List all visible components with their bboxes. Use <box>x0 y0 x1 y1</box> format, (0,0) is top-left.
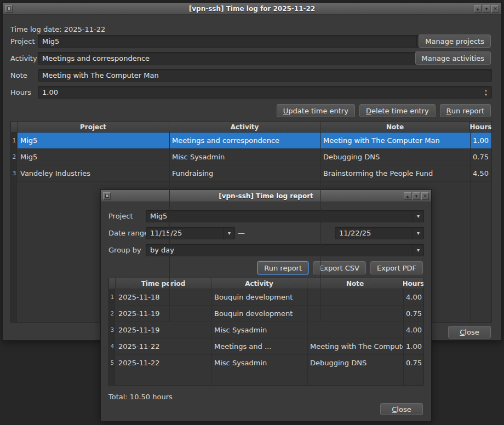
table-row[interactable]: 3 2025-11-19 Misc Sysadmin 4.00 <box>109 322 423 338</box>
maximize-icon[interactable]: ▾ <box>483 5 490 13</box>
date-from-value: 11/15/25 <box>150 229 182 237</box>
row-number-column-header[interactable] <box>11 122 18 132</box>
manage-projects-button[interactable]: Manage projects <box>419 35 491 48</box>
project-label: Project <box>108 210 133 222</box>
shade-icon[interactable]: ▴ <box>404 192 411 200</box>
cell-note <box>307 322 403 338</box>
row-number: 1 <box>109 289 116 305</box>
dropdown-icon[interactable]: ▾ <box>413 227 423 239</box>
row-number: 4 <box>109 338 116 354</box>
cell-activity: Meetings and correspondence <box>169 133 320 148</box>
spin-up-icon[interactable]: ▴ <box>485 88 487 93</box>
cell-hours: 1.00 <box>403 338 423 354</box>
spin-down-icon[interactable]: ▾ <box>485 93 487 97</box>
table-row[interactable]: 2 Mig5 Misc Sysadmin Debugging DNS 0.75 <box>11 149 491 165</box>
table-header: Project Activity Note Hours <box>11 122 491 133</box>
table-row[interactable]: 2 2025-11-19 Bouquin development 0.75 <box>109 306 423 322</box>
dropdown-icon[interactable]: ▾ <box>224 227 234 239</box>
cell-time-period: 2025-11-19 <box>116 322 211 338</box>
shade-icon[interactable]: ▴ <box>474 5 482 13</box>
delete-time-entry-button[interactable]: Delete time entry <box>359 104 436 117</box>
hours-column-header[interactable]: Hours <box>403 278 423 289</box>
time-period-column-header[interactable]: Time period <box>116 278 211 289</box>
column-separator <box>211 289 212 385</box>
run-report-button[interactable]: Run report <box>257 261 308 274</box>
window-menu-icon[interactable] <box>5 5 13 13</box>
hours-label: Hours <box>10 86 31 99</box>
project-combobox-value: Mig5 <box>42 37 59 45</box>
close-icon[interactable]: ✕ <box>491 5 499 13</box>
main-titlebar[interactable]: [vpn-ssh] Time log for 2025-11-22 ▴ ▾ ✕ <box>3 3 501 15</box>
note-input[interactable] <box>38 69 492 82</box>
dropdown-icon[interactable]: ▾ <box>413 244 423 256</box>
note-column-header[interactable]: Note <box>307 278 403 289</box>
close-icon[interactable]: ✕ <box>421 192 429 200</box>
run-report-button[interactable]: Run report <box>440 104 491 117</box>
hours-spinbox: ▴ ▾ <box>38 86 492 99</box>
activity-column-header[interactable]: Activity <box>211 278 307 289</box>
manage-activities-button[interactable]: Manage activities <box>415 51 491 65</box>
activity-label: Activity <box>10 52 37 65</box>
project-label: Project <box>10 35 35 48</box>
hours-column-header[interactable]: Hours <box>470 122 491 132</box>
cell-note: Brainstorming the People Fund <box>320 165 470 181</box>
cell-note <box>307 306 403 321</box>
report-table: Time period Activity Note Hours 1 2025-1… <box>108 278 424 386</box>
activity-input[interactable] <box>38 52 428 65</box>
export-pdf-button[interactable]: Export PDF <box>370 261 423 274</box>
report-titlebar[interactable]: [vpn-ssh] Time log report ▴ ▾ ✕ <box>101 190 431 202</box>
maximize-icon[interactable]: ▾ <box>413 192 420 200</box>
cell-activity: Misc Sysadmin <box>169 149 320 165</box>
entry-action-buttons: Update time entry Delete time entry Run … <box>277 104 491 117</box>
cell-time-period: 2025-11-22 <box>116 338 211 354</box>
cell-time-period: 2025-11-22 <box>116 355 211 371</box>
cell-project: Mig5 <box>18 133 169 148</box>
cell-project: Vandeley Industries <box>18 165 169 181</box>
dropdown-icon[interactable]: ▾ <box>413 210 423 222</box>
cell-time-period: 2025-11-19 <box>116 306 211 321</box>
cell-note: Meeting with The Computer Man <box>320 133 470 148</box>
note-label: Note <box>10 69 27 82</box>
report-project-value: Mig5 <box>150 212 167 220</box>
table-row[interactable]: 3 Vandeley Industries Fundraising Brains… <box>11 165 491 182</box>
cell-hours: 4.50 <box>470 165 491 181</box>
cell-hours: 4.00 <box>403 322 423 338</box>
column-separator <box>403 289 404 385</box>
row-number-column-header[interactable] <box>109 278 116 289</box>
row-number: 1 <box>11 133 18 148</box>
date-to-combobox[interactable]: 11/22/25 ▾ <box>335 227 424 239</box>
cell-activity: Meetings and ... <box>211 338 307 354</box>
update-time-entry-button[interactable]: Update time entry <box>277 104 355 117</box>
table-row[interactable]: 4 2025-11-22 Meetings and ... Meeting wi… <box>109 338 423 355</box>
project-column-header[interactable]: Project <box>18 122 169 132</box>
group-by-combobox[interactable]: by day ▾ <box>146 244 424 256</box>
project-combobox[interactable]: Mig5 ▾ <box>38 35 428 48</box>
cell-project: Mig5 <box>18 149 169 165</box>
note-column-header[interactable]: Note <box>320 122 470 132</box>
cell-hours: 4.00 <box>403 289 423 305</box>
table-row[interactable]: 1 Mig5 Meetings and correspondence Meeti… <box>11 133 491 149</box>
report-window: [vpn-ssh] Time log report ▴ ▾ ✕ Project … <box>100 189 432 422</box>
report-project-combobox[interactable]: Mig5 ▾ <box>146 210 424 222</box>
row-number: 2 <box>11 149 18 165</box>
hours-input[interactable] <box>38 86 492 99</box>
cell-hours: 0.75 <box>403 306 423 321</box>
table-row[interactable]: 5 2025-11-22 Misc Sysadmin Debugging DNS… <box>109 355 423 371</box>
column-separator <box>320 133 321 322</box>
cell-note: Debugging DNS <box>320 149 470 165</box>
table-row[interactable]: 1 2025-11-18 Bouquin development 4.00 <box>109 289 423 306</box>
report-window-title: [vpn-ssh] Time log report <box>101 192 431 200</box>
report-action-buttons: Run report Export CSV Export PDF <box>257 261 423 274</box>
date-from-combobox[interactable]: 11/15/25 ▾ <box>146 227 235 239</box>
cell-activity: Fundraising <box>169 165 320 181</box>
close-button[interactable]: Close <box>380 403 423 415</box>
date-range-separator: — <box>238 227 245 239</box>
close-button[interactable]: Close <box>448 326 491 338</box>
total-hours-label: Total: 10.50 hours <box>108 390 173 403</box>
row-number: 3 <box>11 165 18 181</box>
activity-column-header[interactable]: Activity <box>169 122 320 132</box>
date-to-value: 11/22/25 <box>339 229 371 237</box>
group-by-value: by day <box>150 246 174 254</box>
window-menu-icon[interactable] <box>103 192 111 200</box>
cell-hours: 1.00 <box>470 133 491 148</box>
